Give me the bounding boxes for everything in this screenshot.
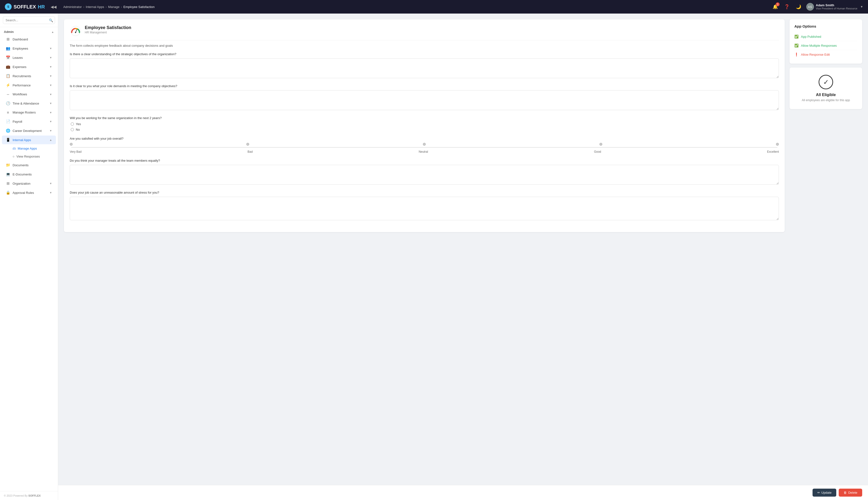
slider-dot-4 (599, 143, 602, 146)
slider-label-1: Very Bad (70, 150, 82, 154)
multiple-check-icon: ✅ (794, 44, 799, 47)
sidebar-sub-item-manage-apps[interactable]: 🗃 Manage Apps (2, 145, 56, 152)
admin-chevron-icon: ▲ (51, 31, 54, 33)
user-dropdown-icon: ▼ (860, 5, 863, 9)
radio-no[interactable]: No (71, 128, 779, 132)
delete-button[interactable]: 🗑 Delete (839, 489, 862, 497)
sidebar-item-label: Documents (13, 163, 29, 167)
sidebar-item-dashboard[interactable]: ⊞ Dashboard (2, 35, 56, 44)
sidebar-item-label: Time & Attendance (13, 102, 39, 105)
eligible-title: All Eligible (794, 93, 857, 97)
sidebar-item-label: Performance (13, 83, 31, 87)
published-check-icon: ✅ (794, 35, 799, 38)
question-textarea-q2[interactable] (70, 90, 779, 110)
slider-label-3: Neutral (419, 150, 428, 154)
question-label-q6: Does your job cause an unreasonable amou… (70, 191, 779, 194)
sidebar-item-leaves[interactable]: 📅 Leaves ▼ (2, 53, 56, 62)
avatar: AS (806, 3, 814, 11)
option-label-multiple: Allow Multiple Responses (801, 44, 837, 47)
sidebar-item-label: E-Documents (13, 172, 32, 176)
option-label-edit: Allow Response Edit (801, 53, 830, 56)
admin-label: Admin (4, 30, 13, 34)
expenses-chevron-icon: ▼ (49, 65, 52, 68)
breadcrumb-admin[interactable]: Administrator (63, 5, 82, 9)
sidebar-item-label: Payroll (13, 120, 22, 123)
career-development-chevron-icon: ▼ (49, 129, 52, 132)
recruitments-icon: 📋 (6, 74, 10, 78)
question-textarea-q1[interactable] (70, 58, 779, 78)
logo-icon: S (5, 3, 12, 10)
question-block-q4: Are you satisfied with your job overall?… (70, 137, 779, 154)
top-navigation: S SOFFLEXHR ◀◀ Administrator › Internal … (0, 0, 868, 13)
breadcrumb-internal-apps[interactable]: Internal Apps (86, 5, 104, 9)
footer-text: Powered By (13, 494, 27, 497)
form-subtitle: HR Management (85, 31, 131, 34)
search-input[interactable] (3, 16, 55, 24)
sidebar-item-time-attendance[interactable]: 🕐 Time & Attendance ▼ (2, 99, 56, 108)
internal-apps-icon: 📱 (6, 138, 10, 142)
performance-icon: ⚡ (6, 83, 10, 87)
sidebar-item-recruitments[interactable]: 📋 Recruitments ▼ (2, 72, 56, 80)
question-textarea-q6[interactable] (70, 197, 779, 220)
sidebar-sub-label: Manage Apps (18, 147, 37, 150)
question-block-q5: Do you think your manager treats all the… (70, 159, 779, 185)
radio-yes-input[interactable] (71, 123, 74, 126)
sidebar-item-career-development[interactable]: 🌐 Career Development ▼ (2, 126, 56, 135)
sidebar-item-performance[interactable]: ⚡ Performance ▼ (2, 81, 56, 90)
slider-label-4: Good (594, 150, 601, 154)
update-icon: ✏ (817, 491, 820, 495)
help-button[interactable]: ❓ (783, 3, 791, 11)
user-profile[interactable]: AS Adam Smith Vice President of Human Re… (806, 3, 864, 11)
sidebar-item-e-documents[interactable]: 💻 E-Documents (2, 170, 56, 179)
sidebar-item-expenses[interactable]: 💼 Expenses ▼ (2, 62, 56, 71)
radio-yes[interactable]: Yes (71, 122, 779, 126)
sidebar-item-approval-rules[interactable]: 🔒 Approval Rules ▼ (2, 188, 56, 197)
sidebar-item-internal-apps[interactable]: 📱 Internal Apps ▲ (2, 136, 56, 144)
slider-dot-2 (246, 143, 249, 146)
sidebar-item-label: Dashboard (13, 37, 28, 41)
admin-section-header[interactable]: Admin ▲ (0, 27, 58, 35)
sidebar-sub-item-view-responses[interactable]: ○ View Responses (2, 153, 56, 160)
delete-label: Delete (848, 491, 857, 495)
career-development-icon: 🌐 (6, 128, 10, 133)
manage-rosters-icon: ≡ (6, 110, 10, 114)
svg-point-2 (75, 32, 76, 33)
update-button[interactable]: ✏ Update (813, 489, 836, 497)
time-attendance-icon: 🕐 (6, 101, 10, 105)
main-content: Employee Satisfaction HR Management The … (64, 19, 785, 494)
question-block-q3: Will you be working for the same organiz… (70, 116, 779, 132)
question-label-q3: Will you be working for the same organiz… (70, 116, 779, 120)
sidebar-item-organization[interactable]: ⊞ Organization ▼ (2, 179, 56, 188)
sidebar-item-payroll[interactable]: 📄 Payroll ▼ (2, 117, 56, 126)
footer-year: © 2023 (4, 494, 13, 497)
payroll-icon: 📄 (6, 119, 10, 124)
sidebar-item-employees[interactable]: 👥 Employees ▼ (2, 44, 56, 53)
view-responses-icon: ○ (13, 155, 14, 158)
slider-dot-5 (776, 143, 779, 146)
employees-chevron-icon: ▼ (49, 47, 52, 50)
app-options-panel: App Options ✅ App Published ✅ Allow Mult… (790, 19, 862, 64)
performance-chevron-icon: ▼ (49, 84, 52, 87)
sidebar-collapse-button[interactable]: ◀◀ (49, 4, 58, 10)
radio-no-input[interactable] (71, 128, 74, 131)
sidebar-item-label: Employees (13, 47, 28, 50)
search-icon: 🔍 (49, 19, 53, 22)
content-area: Employee Satisfaction HR Management The … (58, 13, 868, 500)
user-title: Vice President of Human Resource (816, 7, 858, 10)
breadcrumb: Administrator › Internal Apps › Manage ›… (63, 5, 771, 9)
radio-no-label: No (76, 128, 80, 132)
logo-hr: HR (38, 4, 45, 10)
question-textarea-q5[interactable] (70, 165, 779, 185)
approval-rules-chevron-icon: ▼ (49, 191, 52, 194)
sidebar-item-manage-rosters[interactable]: ≡ Manage Rosters ▼ (2, 108, 56, 117)
topnav-actions: 🔔 3 ❓ 🌙 AS Adam Smith Vice President of … (771, 3, 864, 11)
manage-rosters-chevron-icon: ▼ (49, 111, 52, 114)
notifications-button[interactable]: 🔔 3 (771, 3, 779, 11)
right-panel: App Options ✅ App Published ✅ Allow Mult… (790, 19, 862, 494)
sidebar-item-workflows[interactable]: ↔ Workflows ▼ (2, 90, 56, 99)
breadcrumb-manage[interactable]: Manage (108, 5, 119, 9)
option-row-edit: ❗ Allow Response Edit (794, 50, 857, 59)
sidebar-footer: © 2023 Powered By SOFFLEX (0, 491, 58, 500)
theme-toggle-button[interactable]: 🌙 (794, 3, 802, 11)
sidebar-item-documents[interactable]: 📁 Documents (2, 161, 56, 169)
